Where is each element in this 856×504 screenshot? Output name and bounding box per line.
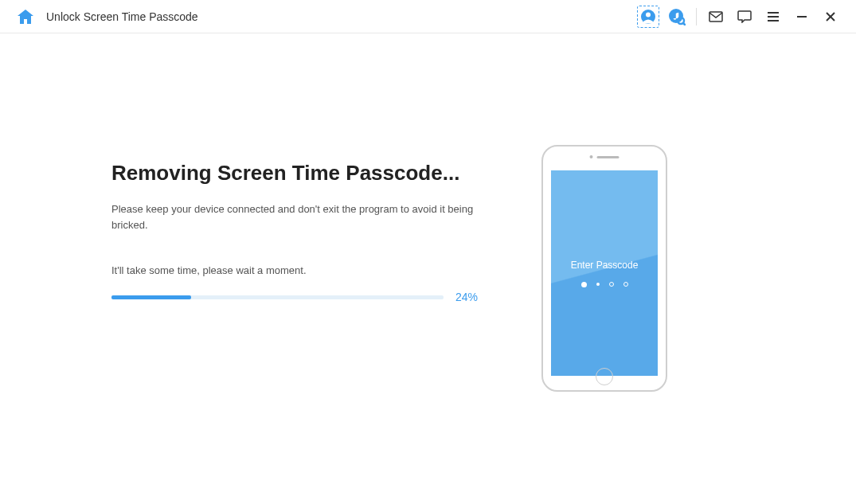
phone-screen-text: Enter Passcode [571,260,639,271]
phone-illustration: Enter Passcode [541,145,667,392]
minimize-icon[interactable] [791,6,813,28]
music-search-icon[interactable] [666,6,688,28]
close-icon[interactable] [819,6,842,28]
progress-percent: 24% [455,291,478,303]
progress-bar [111,295,444,299]
account-icon[interactable] [637,6,659,28]
svg-line-4 [683,23,685,25]
phone-speaker [590,155,620,158]
home-icon[interactable] [14,6,37,28]
menu-icon[interactable] [762,6,784,28]
mail-icon[interactable] [705,6,727,28]
passcode-dots [581,282,628,287]
svg-rect-5 [709,12,722,21]
page-title: Unlock Screen Time Passcode [46,10,198,23]
main-heading: Removing Screen Time Passcode... [111,161,478,186]
chat-icon[interactable] [733,6,756,28]
phone-screen: Enter Passcode [551,170,658,376]
main-subtext: Please keep your device connected and do… [111,201,478,232]
svg-point-1 [646,12,651,17]
header-divider [696,8,697,25]
phone-home-button [596,368,613,385]
progress-fill [111,295,191,299]
wait-text: It'll take some time, please wait a mome… [111,264,478,276]
